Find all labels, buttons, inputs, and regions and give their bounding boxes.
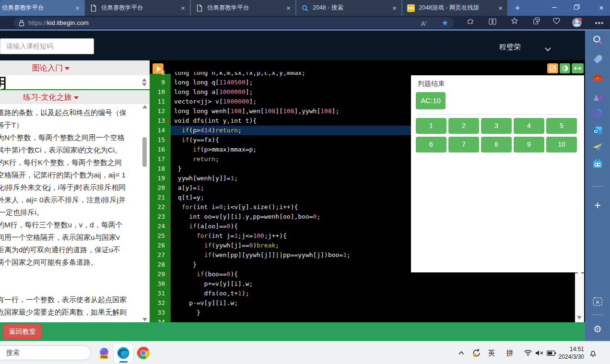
line-number: 16 — [150, 145, 171, 154]
test-case-button[interactable]: 9 — [514, 137, 544, 153]
test-case-button[interactable]: 8 — [481, 137, 512, 153]
scrollbar-thumb[interactable] — [142, 137, 147, 167]
split-screen-icon[interactable] — [487, 17, 498, 28]
test-case-button[interactable]: 4 — [514, 118, 544, 134]
username[interactable]: 程璧荣 — [499, 43, 521, 52]
extensions-icon[interactable] — [465, 17, 476, 28]
code-line: p-=v[y][i].w; — [171, 298, 584, 308]
browser-tab[interactable]: 20482048游戏 - 网页在线版× — [402, 0, 508, 16]
browser-tab[interactable]: 信奥赛教学平台× — [0, 0, 84, 16]
browser-essentials-icon[interactable] — [551, 17, 562, 28]
course-title-dropdown[interactable]: 图论入门 — [0, 60, 150, 75]
edge-running-indicator — [119, 361, 128, 363]
test-case-button[interactable]: 10 — [546, 137, 577, 153]
profile-avatar[interactable] — [572, 17, 582, 30]
fold-marker-icon[interactable] — [166, 235, 170, 237]
chrome-icon[interactable] — [136, 341, 151, 364]
problem-text-line — [0, 269, 141, 281]
browser-tab[interactable]: 信奥赛教学平台× — [85, 0, 190, 16]
line-number: 25 — [150, 231, 171, 241]
judge-score-badge: AC:10 — [416, 92, 446, 109]
copilot-icon[interactable]: PRE — [96, 341, 112, 364]
sidebar-add-icon[interactable]: + — [585, 199, 610, 212]
test-case-button[interactable]: 5 — [546, 118, 577, 134]
browser-tab[interactable]: 信奥赛教学平台× — [191, 0, 296, 16]
problem-scrollbar[interactable] — [141, 104, 149, 322]
lesson-title-dropdown[interactable]: 练习-文化之旅 — [0, 90, 150, 104]
wifi-icon[interactable] — [522, 341, 534, 364]
favorite-star-icon[interactable]: ★ — [439, 17, 451, 28]
ime-pinyin-indicator[interactable]: 拼 — [504, 341, 516, 364]
ime-language-indicator[interactable]: 英 — [485, 341, 498, 364]
editor-gutter: 8910111213141516171819202122232425262728… — [150, 74, 171, 322]
minimize-button[interactable] — [545, 0, 564, 16]
sidebar-settings-icon[interactable]: ⚙ — [585, 323, 610, 335]
fold-marker-icon[interactable] — [166, 225, 170, 227]
taskbar: 搜索 PRE 英 拼 14:512024/3/30 — [0, 341, 610, 364]
sidebar-screenshot-icon[interactable] — [585, 296, 610, 310]
judge-panel: 判题结束 AC:10 12345678910 — [411, 75, 584, 272]
code-line: if(p>414)return; — [171, 126, 411, 135]
sidebar-robot-icon[interactable] — [585, 158, 610, 172]
line-number: 8 — [150, 68, 171, 78]
edge-taskbar-highlight[interactable] — [113, 343, 133, 363]
test-case-button[interactable]: 1 — [416, 118, 446, 134]
scroll-down-icon[interactable] — [142, 318, 147, 321]
fold-marker-icon[interactable] — [166, 273, 170, 275]
problem-text-line: 空格隔开，记第i行的第j个数为aij，aij= 1 — [0, 169, 141, 181]
sidebar-games-icon[interactable]: ♟♜ — [585, 92, 610, 105]
tab-close-icon[interactable]: × — [392, 4, 397, 12]
sidebar-tools-icon[interactable] — [585, 73, 610, 84]
line-number: 12 — [150, 106, 171, 116]
sidebar-outlook-icon[interactable] — [585, 125, 610, 138]
sidebar-shopping-icon[interactable] — [585, 54, 610, 66]
url-host: kid.itbegin.com — [47, 19, 89, 26]
browser-tab[interactable]: 2048 - 搜索× — [296, 0, 402, 16]
new-tab-button[interactable]: + — [511, 2, 524, 14]
course-code-input[interactable]: 请输入课程短码 — [0, 38, 94, 54]
fold-marker-icon[interactable] — [166, 206, 170, 208]
test-case-button[interactable]: 6 — [416, 137, 446, 153]
problem-text-line: 点国家最少需要走的距离数，如果无解则 — [0, 306, 141, 318]
collections-icon[interactable] — [509, 17, 520, 28]
notification-bell-icon[interactable] — [586, 341, 599, 364]
restore-button[interactable] — [567, 0, 586, 16]
url-field[interactable]: https://kid.itbegin.com — [14, 17, 454, 28]
sidebar-m365-icon[interactable] — [585, 107, 610, 120]
scroll-up-icon[interactable] — [142, 105, 147, 108]
test-case-button[interactable]: 2 — [448, 118, 479, 134]
sidebar-drop-icon[interactable] — [585, 142, 610, 154]
test-case-button[interactable]: 3 — [481, 118, 512, 134]
heading-scroll-arrows[interactable] — [142, 78, 147, 86]
code-line: p+=v[y][i].w; — [171, 279, 584, 289]
sync-status-icon[interactable] — [470, 341, 483, 364]
url-scheme: https:// — [28, 19, 47, 26]
taskbar-chevron-up-icon[interactable] — [456, 341, 467, 364]
scroll-down-icon[interactable] — [577, 316, 582, 319]
fold-marker-icon[interactable] — [166, 139, 170, 141]
tab-close-icon[interactable]: × — [498, 4, 503, 12]
volume-muted-icon[interactable] — [533, 341, 546, 364]
date: 2024/3/30 — [559, 353, 584, 361]
read-aloud-icon[interactable]: Aⁿ — [418, 17, 430, 28]
fold-marker-icon[interactable] — [166, 119, 170, 122]
problem-description: 一行五个整数N，K，M，S，T，相邻两个道路的条数，以及起点和终点的编号（保等于… — [0, 104, 141, 322]
tab-close-icon[interactable]: × — [75, 4, 80, 12]
tab-close-icon[interactable]: × — [286, 4, 291, 12]
back-to-classroom-button[interactable]: 返回教室 — [3, 324, 42, 339]
tab-close-icon[interactable]: × — [181, 4, 185, 12]
sidebar-search-icon[interactable] — [585, 35, 610, 47]
battery-icon[interactable] — [545, 341, 558, 364]
line-number: 9 — [150, 78, 171, 87]
close-window-button[interactable]: × — [592, 0, 610, 16]
taskbar-clock[interactable]: 14:512024/3/30 — [559, 345, 584, 361]
editor-scrollbar[interactable] — [575, 272, 584, 322]
taskbar-search[interactable]: 搜索 — [0, 345, 91, 360]
browser-menu-icon[interactable]: ••• — [594, 17, 605, 28]
duplicate-tab-icon[interactable] — [531, 17, 542, 28]
problem-text-line: 化i排斥外来文化j，i等于j时表示排斥相同 — [0, 181, 141, 194]
line-number: 23 — [150, 212, 171, 222]
test-case-button[interactable]: 7 — [448, 137, 479, 153]
line-number: 20 — [150, 183, 171, 193]
line-number: 30 — [150, 279, 171, 289]
